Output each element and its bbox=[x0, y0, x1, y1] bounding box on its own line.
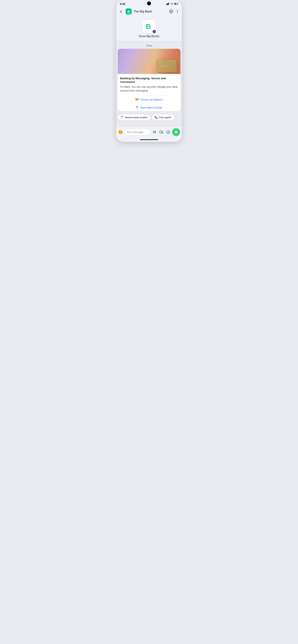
app-name-label: The Big Bank bbox=[134, 10, 167, 13]
chat-area: Today 4761 5400 1098 ... DEBIT Banking b… bbox=[116, 41, 182, 126]
svg-rect-2 bbox=[168, 3, 168, 5]
home-indicator bbox=[140, 139, 158, 140]
top-bar: B The Big Bank bbox=[116, 6, 182, 16]
image-picker-button[interactable] bbox=[159, 129, 164, 135]
svg-point-11 bbox=[177, 12, 178, 13]
svg-point-15 bbox=[162, 132, 162, 132]
svg-text:B: B bbox=[127, 10, 129, 13]
input-actions bbox=[152, 128, 180, 136]
back-button[interactable] bbox=[118, 9, 124, 14]
phone-icon: 📞 bbox=[155, 116, 158, 119]
refresh-button[interactable] bbox=[152, 129, 157, 135]
agent-info-section: B Grow Big Bucks bbox=[116, 16, 182, 41]
activity-icon: 🗒 bbox=[136, 106, 139, 109]
svg-rect-17 bbox=[176, 130, 177, 132]
verified-badge bbox=[152, 30, 156, 34]
message-card: 4761 5400 1098 ... DEBIT Banking by Mess… bbox=[118, 49, 181, 111]
call-support-label: Call support bbox=[159, 116, 172, 119]
location-icon: 📍 bbox=[120, 116, 124, 119]
check-balance-action[interactable]: 💳 Check my balance bbox=[118, 96, 181, 104]
add-button[interactable] bbox=[165, 129, 171, 135]
credit-card-visual: 4761 5400 1098 ... DEBIT bbox=[157, 60, 177, 72]
card-description: Hi Hillary. You can now securely manage … bbox=[120, 85, 178, 92]
quick-replies: 📍 Nearest bank location 📞 Call support bbox=[116, 113, 182, 122]
card-image: 4761 5400 1098 ... DEBIT bbox=[118, 49, 181, 74]
agent-name: Grow Big Bucks bbox=[139, 35, 159, 38]
status-icons bbox=[166, 2, 178, 5]
svg-point-10 bbox=[177, 11, 178, 12]
input-placeholder: RCS message bbox=[127, 131, 143, 134]
svg-rect-1 bbox=[167, 4, 168, 5]
input-bar: 😊 RCS message bbox=[116, 126, 182, 138]
svg-rect-3 bbox=[168, 2, 169, 5]
camera-notch bbox=[147, 2, 151, 6]
card-body: Banking by Messaging: Secure and Conveni… bbox=[118, 74, 181, 96]
message-input[interactable]: RCS message bbox=[124, 129, 150, 135]
svg-point-9 bbox=[177, 10, 178, 11]
nearest-bank-label: Nearest bank location bbox=[125, 116, 148, 119]
svg-rect-0 bbox=[166, 4, 167, 5]
status-time: 9:30 bbox=[120, 2, 125, 6]
more-options-button[interactable] bbox=[175, 10, 179, 14]
activity-label: View latest activity bbox=[140, 106, 162, 109]
top-bar-actions bbox=[169, 10, 179, 14]
balance-icon: 💳 bbox=[135, 98, 139, 101]
verified-shield-button[interactable] bbox=[169, 10, 173, 14]
phone-frame: 9:30 bbox=[116, 0, 182, 142]
app-logo: B bbox=[126, 8, 132, 14]
balance-label: Check my balance bbox=[140, 98, 163, 101]
home-indicator-area bbox=[116, 138, 182, 142]
call-support-chip[interactable]: 📞 Call support bbox=[152, 114, 174, 120]
svg-text:B: B bbox=[146, 23, 151, 30]
svg-rect-6 bbox=[178, 4, 178, 4]
nearest-bank-chip[interactable]: 📍 Nearest bank location bbox=[118, 114, 151, 120]
signal-icon bbox=[166, 2, 170, 5]
svg-point-4 bbox=[172, 4, 172, 5]
card-title: Banking by Messaging: Secure and Conveni… bbox=[120, 76, 178, 84]
battery-icon bbox=[174, 3, 178, 5]
svg-rect-7 bbox=[175, 4, 176, 4]
view-activity-action[interactable]: 🗒 View latest activity bbox=[118, 104, 181, 111]
agent-logo: B bbox=[142, 20, 156, 33]
emoji-button[interactable]: 😊 bbox=[118, 130, 123, 134]
wifi-icon bbox=[170, 3, 173, 5]
date-label: Today bbox=[116, 41, 182, 49]
voice-button[interactable] bbox=[172, 128, 180, 136]
